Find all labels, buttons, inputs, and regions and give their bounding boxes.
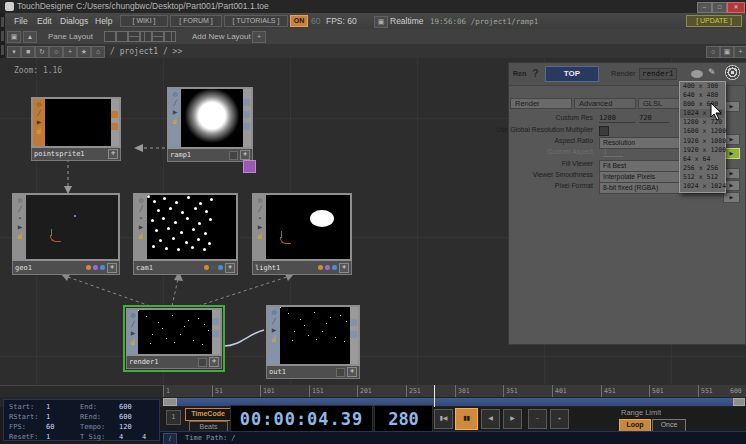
display-flag-dot[interactable] — [93, 265, 98, 270]
gear-icon[interactable]: ◎ — [257, 197, 262, 203]
minimize-button[interactable]: – — [697, 2, 712, 13]
gear-icon[interactable]: ◎ — [130, 312, 135, 318]
fps-value[interactable]: 60 — [46, 423, 54, 431]
pointer-icon[interactable]: ▲ — [23, 31, 37, 43]
menu-edit[interactable]: Edit — [37, 16, 52, 26]
menu-item[interactable]: 512 x 512 — [680, 173, 725, 182]
rend-value[interactable]: 600 — [119, 413, 132, 421]
pointsprite1-viewer[interactable] — [45, 99, 111, 146]
node-ramp1[interactable]: ◎ ╱ ▶ ☝ ramp1 + — [167, 87, 253, 162]
viewer-flag-icon[interactable] — [229, 151, 238, 160]
play-forward-button[interactable]: ▶ — [503, 409, 522, 429]
start-value[interactable]: 1 — [46, 403, 50, 411]
viewer-grid-icon[interactable]: ▣ — [720, 46, 734, 58]
rstart-value[interactable]: 1 — [46, 413, 50, 421]
hand-icon[interactable]: ☝ — [35, 128, 43, 134]
cam1-name[interactable]: cam1 + — [133, 261, 238, 275]
bookmark-icon[interactable]: ▣ — [7, 31, 21, 43]
out1-viewer[interactable] — [280, 307, 350, 364]
node-geo1[interactable]: ◎ ╱ × ▶ ☝ geo1 + — [12, 193, 120, 275]
tab-advanced[interactable]: Advanced — [574, 98, 636, 109]
expand-plus-icon[interactable]: + — [225, 263, 235, 273]
pause-button[interactable]: ▮▮ — [455, 408, 478, 430]
expand-plus-icon[interactable]: + — [209, 357, 219, 367]
arrow-icon[interactable]: ▶ — [131, 330, 136, 336]
menu-item[interactable]: 400 x 300 — [680, 82, 725, 91]
row-arrow-icon[interactable]: ▶ — [723, 192, 740, 203]
viewer-flag-icon[interactable] — [336, 368, 345, 377]
menu-item[interactable]: 256 x 256 — [680, 164, 725, 173]
maximize-button[interactable]: □ — [712, 2, 727, 13]
gear-icon[interactable]: ◎ — [172, 91, 177, 97]
out1-connectors[interactable] — [350, 307, 358, 364]
render1-name[interactable]: render1 + — [126, 356, 222, 369]
pointsprite1-name[interactable]: pointsprite1 + — [31, 148, 121, 161]
range-end-handle[interactable] — [733, 398, 745, 406]
viewer-add-icon[interactable]: + — [734, 46, 746, 58]
range-start-handle[interactable] — [163, 398, 177, 406]
render-flag-dot[interactable] — [204, 265, 209, 270]
expand-plus-icon[interactable]: + — [339, 263, 349, 273]
home-icon[interactable]: ⌂ — [91, 46, 105, 58]
menu-file[interactable]: File — [14, 16, 28, 26]
ramp1-name[interactable]: ramp1 + — [167, 149, 253, 162]
hand-icon[interactable]: ☝ — [270, 336, 278, 342]
gear-icon[interactable]: ◎ — [271, 309, 276, 315]
expand-plus-icon[interactable]: + — [108, 149, 118, 159]
lightning-icon[interactable]: ╱ — [173, 100, 177, 106]
menu-item[interactable]: 1024 x 1024 — [680, 182, 725, 191]
hand-icon[interactable]: ☝ — [129, 339, 137, 345]
close-icon[interactable]: × — [18, 215, 22, 221]
lightning-icon[interactable]: ╱ — [131, 321, 135, 327]
bullseye-icon[interactable] — [725, 65, 740, 80]
hand-icon[interactable]: ☝ — [16, 233, 24, 239]
viewer-flag-dot[interactable] — [218, 265, 223, 270]
ramp1-viewer[interactable] — [181, 89, 243, 147]
pointsprite1-connectors[interactable] — [111, 99, 119, 146]
op-family-button[interactable]: TOP — [545, 66, 599, 82]
forum-button[interactable]: [ FORUM ] — [170, 15, 222, 27]
pane-edge[interactable] — [0, 13, 5, 58]
render-flag-dot[interactable] — [318, 265, 323, 270]
star-icon[interactable]: ★ — [77, 46, 91, 58]
param-custom-res-w[interactable]: 1280 — [599, 114, 635, 123]
render-flag-dot[interactable] — [86, 265, 91, 270]
comment-flag-icon[interactable] — [243, 160, 256, 173]
breadcrumb[interactable]: / project1 / >> — [110, 47, 182, 56]
render1-connectors[interactable] — [212, 310, 220, 354]
step-forward-button[interactable]: + — [550, 409, 569, 429]
expand-plus-icon[interactable]: + — [347, 367, 357, 377]
close-icon[interactable]: × — [139, 215, 143, 221]
param-custom-res-h[interactable]: 720 — [639, 114, 669, 123]
layout-preset-5[interactable] — [152, 31, 164, 42]
expand-plus-icon[interactable]: + — [107, 263, 117, 273]
tsig-value-1[interactable]: 4 — [119, 433, 123, 441]
comment-icon[interactable] — [691, 70, 703, 78]
display-flag-dot[interactable] — [211, 265, 216, 270]
timeline-ruler[interactable]: 1 51 101 151 201 251 301 351 401 451 501… — [163, 385, 746, 397]
lightning-icon[interactable]: ╱ — [139, 206, 143, 212]
node-render1[interactable]: ◎ ╱ ▶ ☝ render1 + — [126, 308, 222, 369]
add-icon[interactable]: + — [63, 46, 77, 58]
realtime-checkbox[interactable]: ▣ — [374, 16, 388, 28]
node-pointsprite1[interactable]: ◎ ╱ ▶ ☝ pointsprite1 + — [31, 97, 121, 161]
menu-help[interactable]: Help — [95, 16, 112, 26]
geo1-viewer[interactable] — [26, 195, 118, 259]
menu-item[interactable]: 640 x 480 — [680, 91, 725, 100]
display-flag-dot[interactable] — [325, 265, 330, 270]
node-cam1[interactable]: ◎ ╱ × ▶ ☝ cam1 + — [133, 193, 238, 275]
arrow-icon[interactable]: ▶ — [18, 224, 23, 230]
frame-display[interactable]: 280 — [374, 405, 433, 433]
op-name-field[interactable]: render1 — [639, 68, 677, 80]
layout-preset-4[interactable] — [140, 31, 152, 42]
fps-field[interactable]: 60 — [311, 16, 320, 26]
lightning-icon[interactable]: ╱ — [258, 206, 262, 212]
hand-icon[interactable]: ☝ — [171, 118, 179, 124]
arrow-icon[interactable]: ▶ — [258, 224, 263, 230]
light1-name[interactable]: light1 + — [252, 261, 352, 275]
viewer-flag-dot[interactable] — [100, 265, 105, 270]
arrow-icon[interactable]: ▶ — [37, 119, 42, 125]
play-reverse-button[interactable]: ◀ — [481, 409, 500, 429]
time-path-button[interactable]: / — [163, 433, 177, 444]
arrow-icon[interactable]: ▶ — [139, 224, 144, 230]
